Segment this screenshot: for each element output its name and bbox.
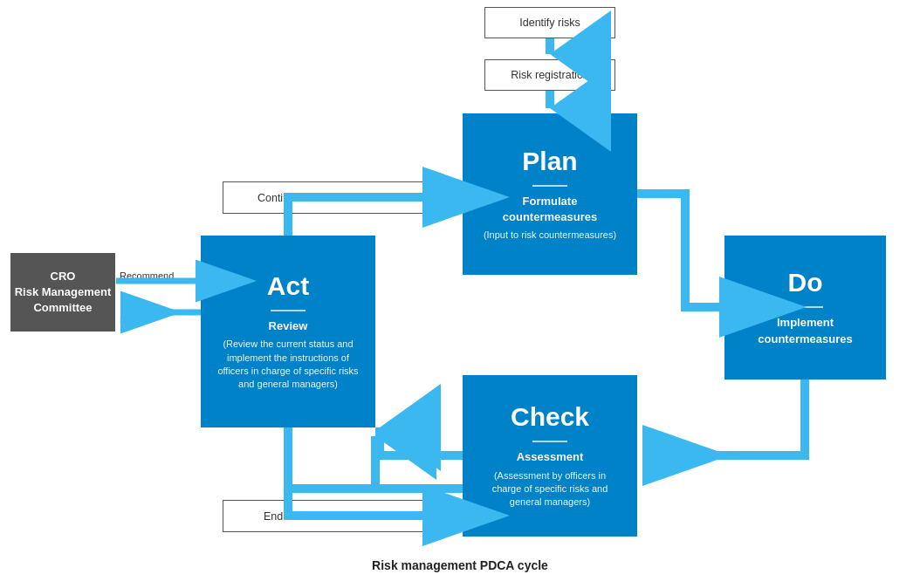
check-box: Check Assessment (Assessment by officers… — [463, 375, 637, 537]
risk-registration-box: Risk registration — [484, 59, 615, 91]
cro-line2: Risk Management — [15, 284, 112, 300]
diagram-container: CRO Risk Management Committee Identify r… — [0, 0, 920, 588]
check-detail: (Assessment by officers incharge of spec… — [492, 469, 608, 509]
check-title: Check — [511, 402, 589, 432]
end-countermeasures-label: End of countermeasures — [264, 510, 382, 523]
act-subtitle: Review — [269, 318, 308, 334]
check-subtitle: Assessment — [517, 449, 584, 465]
do-divider — [788, 306, 823, 308]
continue-countermeasures-label: Continue countermeasures — [257, 192, 388, 204]
cro-line3: Committee — [33, 300, 92, 316]
recommend-label: Recommend — [120, 270, 174, 281]
do-title: Do — [788, 268, 823, 297]
plan-detail: (Input to risk countermeasures) — [484, 229, 616, 242]
risk-registration-label: Risk registration — [511, 69, 589, 81]
do-subtitle: Implementcountermeasures — [758, 315, 852, 346]
cro-box: CRO Risk Management Committee — [10, 253, 115, 332]
plan-subtitle: Formulatecountermeasures — [503, 194, 597, 225]
plan-title: Plan — [522, 147, 577, 176]
bottom-label: Risk management PDCA cycle — [372, 558, 548, 572]
act-detail: (Review the current status andimplement … — [217, 338, 358, 392]
identify-risks-label: Identify risks — [519, 17, 580, 29]
end-countermeasures-box: End of countermeasures — [223, 500, 423, 532]
act-title: Act — [267, 271, 309, 301]
cro-line1: CRO — [51, 269, 76, 284]
identify-risks-box: Identify risks — [484, 7, 615, 38]
plan-divider — [532, 185, 567, 187]
act-divider — [271, 310, 306, 311]
act-box: Act Review (Review the current status an… — [201, 236, 375, 427]
do-box: Do Implementcountermeasures — [724, 236, 886, 379]
report-label: Report — [120, 314, 148, 325]
check-divider — [532, 441, 567, 442]
plan-box: Plan Formulatecountermeasures (Input to … — [463, 113, 637, 275]
continue-countermeasures-box: Continue countermeasures — [223, 181, 423, 214]
